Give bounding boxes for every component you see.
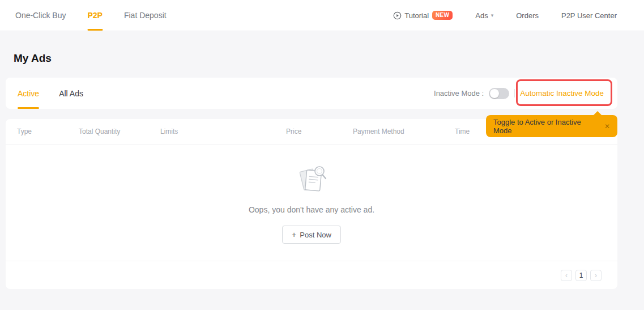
new-badge: NEW	[432, 11, 453, 20]
ads-menu-label: Ads	[475, 11, 488, 20]
column-header-price: Price	[286, 128, 353, 135]
column-header-type: Type	[17, 128, 79, 135]
tooltip-arrow	[593, 111, 602, 116]
pagination-prev-button[interactable]: ‹	[561, 270, 572, 281]
empty-state: Oops, you don't have any active ad. + Po…	[6, 164, 617, 244]
pagination-divider	[6, 261, 617, 261]
post-now-label: Post Now	[300, 231, 331, 239]
toggle-tooltip: Toggle to Active or Inactive Mode ✕	[486, 115, 617, 137]
page-title: My Ads	[14, 52, 52, 65]
play-circle-icon	[393, 11, 402, 20]
pagination-page-1-button[interactable]: 1	[575, 270, 587, 281]
no-ads-document-icon	[295, 164, 329, 197]
active-tab-underline	[18, 107, 39, 109]
tab-active-label: Active	[18, 89, 39, 98]
active-nav-underline	[87, 29, 103, 31]
my-ads-toolbar: Active All Ads Inactive Mode : Automatic…	[6, 78, 617, 109]
tab-active[interactable]: Active	[18, 78, 39, 109]
tutorial-link[interactable]: Tutorial NEW	[393, 11, 453, 20]
nav-one-click-buy[interactable]: One-Click Buy	[5, 0, 76, 31]
toggle-knob	[490, 89, 499, 98]
orders-link[interactable]: Orders	[516, 11, 539, 20]
empty-state-message: Oops, you don't have any active ad.	[6, 205, 617, 214]
inactive-mode-controls: Inactive Mode : Automatic Inactive Mode	[434, 78, 604, 109]
plus-icon: +	[292, 230, 296, 239]
column-header-payment-method: Payment Method	[353, 128, 455, 135]
tooltip-text: Toggle to Active or Inactive Mode	[493, 118, 600, 135]
pagination: ‹ 1 ›	[561, 270, 602, 281]
automatic-inactive-mode-link[interactable]: Automatic Inactive Mode	[520, 89, 604, 97]
close-icon[interactable]: ✕	[600, 122, 610, 130]
tab-all-ads[interactable]: All Ads	[59, 78, 83, 109]
p2p-user-center-link[interactable]: P2P User Center	[561, 11, 617, 20]
ads-menu[interactable]: Ads ▾	[475, 11, 493, 20]
vertical-divider	[514, 89, 515, 97]
tutorial-label: Tutorial	[404, 11, 429, 20]
post-now-button[interactable]: + Post Now	[282, 226, 341, 244]
ads-table-card: Type Total Quantity Limits Price Payment…	[6, 119, 617, 289]
chevron-down-icon: ▾	[491, 12, 494, 18]
nav-p2p[interactable]: P2P	[76, 0, 113, 31]
inactive-mode-toggle[interactable]	[489, 88, 509, 99]
nav-p2p-label: P2P	[87, 11, 102, 20]
primary-nav: One-Click Buy P2P Fiat Deposit	[0, 0, 177, 31]
secondary-nav: Tutorial NEW Ads ▾ Orders P2P User Cente…	[370, 0, 644, 31]
column-header-total-quantity: Total Quantity	[79, 128, 160, 135]
pagination-next-button[interactable]: ›	[590, 270, 602, 281]
top-nav: One-Click Buy P2P Fiat Deposit Tutorial …	[0, 0, 644, 31]
column-header-limits: Limits	[160, 128, 286, 135]
nav-fiat-deposit[interactable]: Fiat Deposit	[113, 0, 177, 31]
inactive-mode-label: Inactive Mode :	[434, 89, 484, 97]
